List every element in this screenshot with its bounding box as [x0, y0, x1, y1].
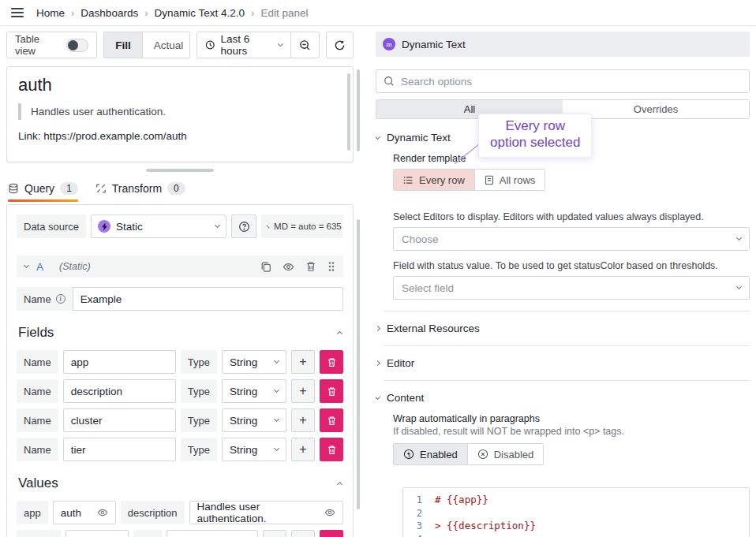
chevron-down-icon — [274, 387, 279, 393]
enabled-option[interactable]: ¶ Enabled — [394, 444, 467, 464]
add-field-button[interactable]: + — [291, 408, 315, 432]
code-line[interactable]: 2 — [403, 507, 749, 520]
preview-scrollbar[interactable] — [347, 73, 350, 151]
delete-value-button[interactable] — [320, 530, 343, 537]
code-line[interactable]: 3> {{description}} — [403, 520, 749, 533]
fill-button[interactable]: Fill — [104, 32, 142, 58]
delete-field-button[interactable] — [320, 350, 343, 374]
query-transform-tabs: Query 1 Transform 0 — [6, 177, 354, 200]
code-line[interactable]: 1# {{app}} — [403, 494, 749, 507]
query-name-value: Example — [80, 293, 122, 305]
value-input[interactable]: prod — [65, 530, 129, 537]
code-line[interactable]: 4 — [403, 533, 749, 537]
left-column: Table view Fill Actual Last 6 hours — [6, 32, 354, 537]
query-name-input[interactable]: Example — [73, 287, 343, 311]
datasource-help-button[interactable] — [231, 214, 256, 238]
chevron-down-icon — [215, 222, 220, 228]
menu-icon[interactable] — [11, 8, 24, 17]
refresh-button[interactable] — [326, 32, 354, 58]
query-name-label: Name i — [17, 287, 73, 311]
add-value-button[interactable]: + — [291, 530, 315, 537]
every-row-option[interactable]: Every row — [394, 170, 474, 190]
drag-handle-icon[interactable] — [327, 261, 335, 272]
trash-icon[interactable] — [305, 261, 316, 272]
query-type-hint: (Static) — [59, 261, 91, 272]
content-body: Wrap automatically in paragraphs If disa… — [376, 413, 750, 537]
value-input[interactable]: Handles user authentication. — [189, 501, 343, 524]
left-scrollbar[interactable] — [357, 219, 360, 509]
add-field-button[interactable]: + — [291, 438, 315, 461]
datasource-select[interactable]: Static — [91, 214, 226, 238]
field-type-select[interactable]: String — [222, 438, 286, 461]
value-input[interactable]: auth — [53, 501, 116, 524]
svg-text:m: m — [386, 41, 392, 48]
lightning-icon — [98, 220, 110, 233]
field-name-input[interactable]: tier — [63, 438, 176, 461]
field-name-input[interactable]: app — [63, 350, 176, 374]
eye-icon[interactable] — [324, 507, 335, 518]
eye-icon[interactable] — [97, 507, 108, 518]
delete-field-button[interactable] — [320, 379, 343, 403]
status-field-select[interactable]: Select field — [393, 276, 750, 300]
breadcrumb-separator: › — [251, 7, 254, 19]
preview-title: auth — [18, 75, 342, 95]
time-range-button[interactable]: Last 6 hours — [197, 32, 290, 58]
breadcrumb-dashboard-name[interactable]: Dynamic Text 4.2.0 — [155, 7, 245, 19]
editors-select[interactable]: Choose — [393, 227, 750, 251]
all-rows-label: All rows — [500, 174, 536, 186]
left-scrollbar[interactable] — [357, 69, 360, 151]
delete-field-button[interactable] — [320, 438, 343, 461]
delete-field-button[interactable] — [320, 408, 343, 432]
line-content: # {{app}} — [435, 494, 488, 507]
table-view-toggle[interactable] — [66, 39, 88, 52]
section-content[interactable]: Content — [376, 392, 750, 404]
field-name-input[interactable]: description — [63, 379, 176, 403]
help-icon — [238, 221, 250, 233]
breadcrumb-dashboards[interactable]: Dashboards — [80, 7, 138, 19]
values-section-header[interactable]: Values — [18, 475, 342, 491]
disabled-option[interactable]: Disabled — [467, 444, 544, 464]
collapse-icon — [376, 133, 380, 139]
add-field-button[interactable]: + — [291, 379, 315, 403]
toggle-knob — [68, 40, 78, 50]
section-divider — [384, 311, 750, 311]
copy-row-button[interactable] — [263, 530, 286, 537]
eye-icon[interactable] — [283, 261, 294, 273]
tab-query[interactable]: Query 1 — [8, 177, 78, 200]
field-type-select[interactable]: String — [222, 408, 286, 432]
collapse-up-icon — [337, 482, 342, 487]
value-key-label: cluster — [17, 530, 61, 537]
field-row: Name app Type String + — [17, 350, 343, 374]
duplicate-icon[interactable] — [260, 261, 271, 272]
panel-preview: auth Handles user authentication. Link: … — [6, 66, 354, 162]
zoom-out-button[interactable] — [290, 32, 319, 58]
field-name-input[interactable]: cluster — [63, 408, 176, 432]
content-title: Content — [387, 392, 424, 404]
section-external-resources[interactable]: External Resources — [376, 323, 750, 334]
chevron-down-icon — [274, 358, 279, 364]
field-type-select[interactable]: String — [222, 379, 286, 403]
section-editor[interactable]: Editor — [376, 357, 750, 369]
field-name-value: tier — [71, 444, 86, 456]
field-name-label: Name — [17, 408, 58, 432]
fields-section-header[interactable]: Fields — [18, 325, 342, 341]
all-rows-option[interactable]: All rows — [474, 170, 545, 190]
query-a-header[interactable]: A (Static) — [17, 255, 343, 278]
code-lines: 1# {{app}}2 3> {{description}}4 5{{#if (… — [403, 494, 749, 537]
value-key-label: app — [17, 501, 48, 524]
fields-title: Fields — [18, 325, 54, 341]
actual-button[interactable]: Actual — [142, 32, 190, 58]
search-input[interactable] — [401, 76, 742, 88]
add-field-button[interactable]: + — [291, 350, 315, 374]
chevron-down-icon — [278, 41, 283, 47]
breadcrumb-home[interactable]: Home — [36, 7, 65, 19]
tab-transform[interactable]: Transform 0 — [95, 177, 185, 200]
value-input[interactable]: frontend — [167, 530, 258, 537]
code-editor[interactable]: 1# {{app}}2 3> {{description}}4 5{{#if (… — [402, 487, 750, 537]
fill-actual-group: Fill Actual — [103, 32, 190, 58]
options-search[interactable] — [376, 69, 750, 93]
query-count-badge: 1 — [60, 182, 78, 195]
pane-resize-handle[interactable] — [146, 169, 214, 172]
field-type-select[interactable]: String — [222, 350, 286, 374]
query-stats[interactable]: MD = auto = 635 Interval = 30s — [261, 214, 343, 238]
